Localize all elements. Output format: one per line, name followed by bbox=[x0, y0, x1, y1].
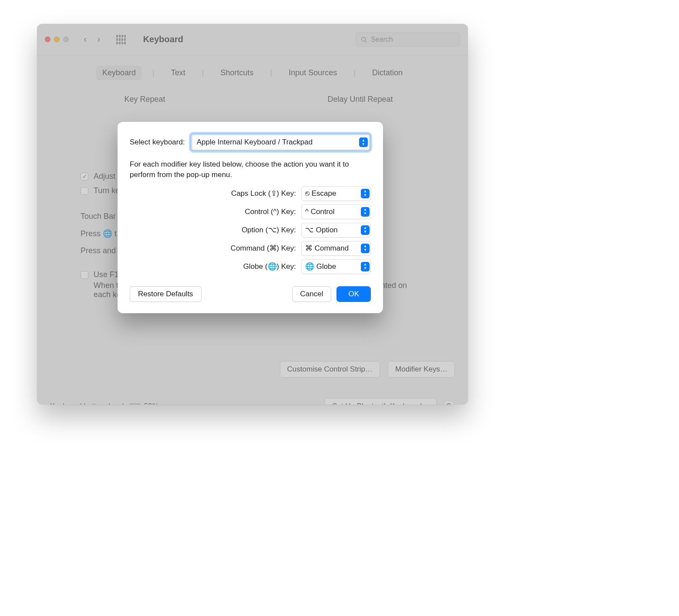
titlebar: ‹ › Keyboard Search bbox=[37, 24, 468, 55]
command-value: ⌘ Command bbox=[305, 244, 349, 253]
select-keyboard-label: Select keyboard: bbox=[130, 138, 185, 147]
adjust-checkbox[interactable]: ✓ bbox=[81, 173, 88, 181]
sheet-description: For each modifier key listed below, choo… bbox=[130, 159, 371, 180]
battery-label: Keyboard battery level: bbox=[50, 402, 126, 405]
caps-lock-select[interactable]: ⎋ Escape ▲▼ bbox=[301, 186, 371, 201]
footer: Keyboard battery level: 59% Set Up Bluet… bbox=[50, 398, 455, 405]
ok-button[interactable]: OK bbox=[336, 286, 371, 302]
svg-point-0 bbox=[362, 37, 366, 41]
close-icon[interactable] bbox=[45, 37, 50, 42]
search-input[interactable]: Search bbox=[356, 32, 460, 47]
maximize-icon[interactable] bbox=[63, 37, 69, 42]
bottom-buttons: Customise Control Strip… Modifier Keys… bbox=[280, 361, 455, 378]
option-select[interactable]: ⌥ Option ▲▼ bbox=[301, 223, 371, 238]
cancel-button[interactable]: Cancel bbox=[292, 286, 332, 302]
forward-icon[interactable]: › bbox=[97, 34, 100, 45]
when-tail: nted on bbox=[381, 281, 407, 290]
window-controls bbox=[45, 37, 69, 42]
tab-input-sources[interactable]: Input Sources bbox=[282, 66, 343, 80]
command-select[interactable]: ⌘ Command ▲▼ bbox=[301, 241, 371, 256]
battery-percent: 59% bbox=[144, 402, 159, 405]
help-button[interactable]: ? bbox=[443, 400, 455, 405]
use-f-label: Use F1, bbox=[94, 270, 121, 279]
tab-shortcuts[interactable]: Shortcuts bbox=[214, 66, 259, 80]
tab-text[interactable]: Text bbox=[165, 66, 192, 80]
all-prefs-icon[interactable] bbox=[116, 35, 126, 44]
minimize-icon[interactable] bbox=[54, 37, 60, 42]
pref-tabs: Keyboard | Text | Shortcuts | Input Sour… bbox=[37, 55, 468, 80]
popup-stepper-icon: ▲▼ bbox=[361, 244, 370, 253]
search-icon bbox=[360, 36, 367, 43]
modifier-keys-button[interactable]: Modifier Keys… bbox=[388, 361, 455, 378]
popup-stepper-icon: ▲▼ bbox=[359, 137, 368, 147]
use-f-checkbox[interactable] bbox=[81, 271, 88, 279]
select-keyboard-value: Apple Internal Keyboard / Trackpad bbox=[197, 138, 313, 147]
option-value: ⌥ Option bbox=[305, 225, 338, 234]
popup-stepper-icon: ▲▼ bbox=[361, 189, 370, 198]
control-label: Control (^) Key: bbox=[130, 208, 297, 216]
battery-icon bbox=[129, 404, 141, 405]
restore-defaults-button[interactable]: Restore Defaults bbox=[130, 286, 202, 302]
tab-keyboard[interactable]: Keyboard bbox=[96, 66, 142, 80]
adjust-label: Adjust bbox=[94, 172, 115, 181]
turn-checkbox[interactable] bbox=[81, 187, 88, 195]
when-line2: each ke bbox=[94, 290, 121, 299]
sliders-row: Key Repeat Delay Until Repeat bbox=[37, 95, 468, 104]
globe-select[interactable]: 🌐 Globe ▲▼ bbox=[301, 259, 371, 274]
turn-label: Turn ke bbox=[94, 186, 120, 195]
popup-stepper-icon: ▲▼ bbox=[361, 225, 370, 235]
globe-label: Globe (🌐) Key: bbox=[130, 262, 297, 271]
when-line1: When t bbox=[94, 281, 118, 290]
customise-button[interactable]: Customise Control Strip… bbox=[280, 361, 380, 378]
nav-arrows: ‹ › bbox=[84, 34, 101, 45]
window-title: Keyboard bbox=[143, 34, 183, 44]
back-icon[interactable]: ‹ bbox=[84, 34, 87, 45]
globe-value: 🌐 Globe bbox=[305, 262, 336, 271]
control-value: ^ Control bbox=[305, 208, 335, 216]
search-placeholder: Search bbox=[371, 36, 393, 44]
popup-stepper-icon: ▲▼ bbox=[361, 207, 370, 217]
select-keyboard-popup[interactable]: Apple Internal Keyboard / Trackpad ▲▼ bbox=[190, 133, 371, 151]
delay-until-repeat-label: Delay Until Repeat bbox=[263, 95, 457, 104]
caps-lock-label: Caps Lock (⇪) Key: bbox=[130, 189, 297, 198]
tab-dictation[interactable]: Dictation bbox=[366, 66, 409, 80]
option-label: Option (⌥) Key: bbox=[130, 225, 297, 234]
modifier-keys-sheet: Select keyboard: Apple Internal Keyboard… bbox=[118, 122, 383, 313]
popup-stepper-icon: ▲▼ bbox=[361, 262, 370, 271]
control-select[interactable]: ^ Control ▲▼ bbox=[301, 204, 371, 219]
command-label: Command (⌘) Key: bbox=[130, 244, 297, 253]
caps-lock-value: ⎋ Escape bbox=[305, 189, 336, 198]
svg-line-1 bbox=[365, 41, 366, 42]
bluetooth-button[interactable]: Set Up Bluetooth Keyboard… bbox=[325, 398, 437, 405]
key-repeat-label: Key Repeat bbox=[48, 95, 242, 104]
